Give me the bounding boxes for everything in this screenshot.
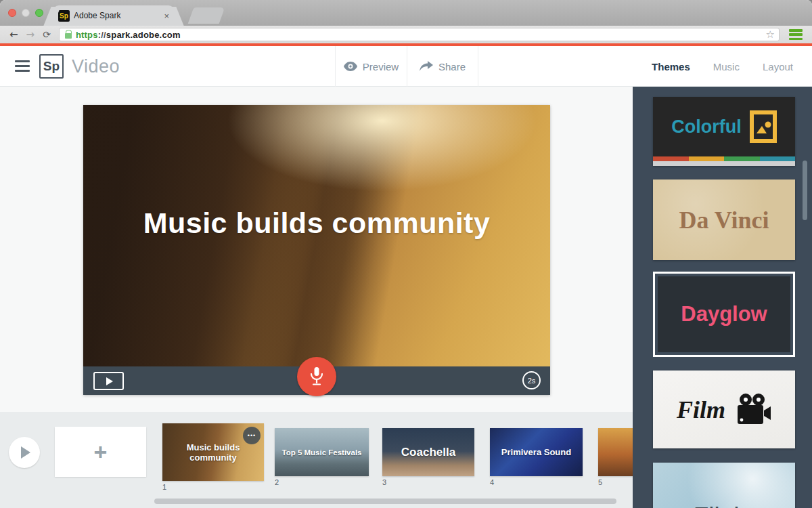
slide-3-number: 3 bbox=[382, 478, 386, 486]
browser-navbar: ← → ⟳ https://spark.adobe.com ☆ bbox=[0, 26, 812, 43]
theme-card-davinci[interactable]: Da Vinci bbox=[653, 179, 795, 260]
themes-scrollbar[interactable] bbox=[803, 161, 807, 220]
timeline-play-button[interactable] bbox=[9, 437, 40, 468]
tab-favicon: Sp bbox=[58, 10, 70, 22]
theme-flight-name: Flight bbox=[694, 503, 754, 508]
reload-icon[interactable]: ⟳ bbox=[43, 30, 51, 39]
forward-icon[interactable]: → bbox=[26, 30, 35, 40]
app-menu-icon[interactable] bbox=[15, 60, 30, 72]
tab-themes[interactable]: Themes bbox=[652, 61, 690, 72]
minimize-window-button[interactable] bbox=[22, 9, 30, 17]
slide-3-label: Coachella bbox=[397, 446, 459, 459]
preview-label: Preview bbox=[363, 61, 399, 72]
eye-icon bbox=[344, 62, 357, 71]
slide-thumbnail-2[interactable]: Top 5 Music Festivals 2 bbox=[275, 428, 369, 476]
browser-tab[interactable]: Sp Adobe Spark × bbox=[53, 5, 175, 26]
theme-davinci-name: Da Vinci bbox=[679, 206, 769, 234]
close-window-button[interactable] bbox=[8, 9, 16, 17]
timeline: + Music builds community ••• 1 Top 5 Mus… bbox=[0, 412, 633, 508]
slide-options-icon[interactable]: ••• bbox=[243, 427, 261, 444]
share-arrow-icon bbox=[420, 61, 433, 72]
tab-title: Adobe Spark bbox=[74, 11, 160, 20]
slide-2-label: Top 5 Music Festivals bbox=[277, 448, 365, 457]
spark-logo[interactable]: Sp bbox=[39, 54, 64, 79]
tab-music[interactable]: Music bbox=[713, 61, 740, 72]
slide-1-label: Music builds community bbox=[162, 442, 264, 463]
share-button[interactable]: Share bbox=[407, 46, 478, 87]
header-actions: Preview Share bbox=[335, 46, 478, 87]
url-scheme: https bbox=[76, 30, 98, 40]
movie-camera-icon bbox=[735, 393, 771, 427]
url-text: https://spark.adobe.com bbox=[76, 30, 181, 40]
theme-card-flight[interactable]: Flight bbox=[653, 463, 795, 508]
preview-button[interactable]: Preview bbox=[335, 46, 407, 87]
bookmark-star-icon[interactable]: ☆ bbox=[766, 28, 775, 41]
slide-thumbnail-1[interactable]: Music builds community ••• 1 bbox=[162, 423, 264, 481]
tab-close-icon[interactable]: × bbox=[164, 11, 169, 21]
browser-tab-bar: Sp Adobe Spark × bbox=[0, 0, 812, 26]
picture-frame-icon bbox=[750, 110, 777, 143]
timeline-play-icon bbox=[21, 446, 30, 459]
timeline-scrollbar[interactable] bbox=[154, 499, 616, 504]
slide-5-number: 5 bbox=[598, 478, 602, 486]
slide-4-label: Primivera Sound bbox=[497, 447, 575, 457]
slide-background-image[interactable]: Music builds community bbox=[83, 105, 550, 366]
slide-thumbnail-4[interactable]: Primivera Sound 4 bbox=[490, 428, 583, 476]
address-bar[interactable]: https://spark.adobe.com ☆ bbox=[59, 28, 780, 41]
slide-4-number: 4 bbox=[490, 478, 494, 486]
fullscreen-window-button[interactable] bbox=[35, 9, 43, 17]
canvas-toolbar: 2s bbox=[83, 366, 550, 395]
play-button[interactable] bbox=[93, 372, 124, 390]
theme-card-dayglow[interactable]: Dayglow bbox=[653, 272, 795, 357]
theme-card-colorful[interactable]: Colorful bbox=[653, 97, 795, 166]
slide-title-text[interactable]: Music builds community bbox=[83, 207, 550, 240]
https-lock-icon bbox=[65, 33, 72, 39]
browser-menu-icon[interactable] bbox=[789, 29, 803, 40]
record-microphone-button[interactable] bbox=[297, 357, 336, 396]
colorful-color-strip bbox=[653, 156, 795, 161]
themes-panel: Colorful Da Vinci Dayglow bbox=[633, 87, 812, 508]
duration-badge[interactable]: 2s bbox=[522, 371, 541, 389]
slide-2-number: 2 bbox=[275, 478, 279, 486]
stage: Music builds community 2s bbox=[0, 87, 812, 508]
panel-tabs: Themes Music Layout bbox=[652, 46, 812, 87]
app-title: Video bbox=[72, 56, 120, 77]
slide-1-number: 1 bbox=[162, 483, 166, 491]
slide-thumbnail-3[interactable]: Coachella 3 bbox=[382, 428, 474, 476]
microphone-icon bbox=[309, 366, 325, 387]
url-host: spark.adobe.com bbox=[106, 30, 181, 40]
new-tab-button[interactable] bbox=[188, 7, 225, 24]
window-controls bbox=[8, 9, 43, 17]
tab-layout[interactable]: Layout bbox=[763, 61, 793, 72]
back-icon[interactable]: ← bbox=[9, 30, 18, 40]
browser-window: Sp Adobe Spark × ← → ⟳ https://spark.ado… bbox=[0, 0, 812, 508]
slide-thumbnail-5[interactable]: Rock 5 bbox=[598, 428, 633, 476]
play-icon bbox=[106, 377, 113, 385]
video-canvas[interactable]: Music builds community 2s bbox=[83, 105, 550, 395]
colorful-base-strip bbox=[653, 161, 795, 166]
theme-film-name: Film bbox=[677, 396, 725, 424]
app-header: Sp Video Preview Share Themes Music Layo… bbox=[0, 46, 812, 87]
theme-card-film[interactable]: Film bbox=[653, 371, 795, 448]
theme-colorful-name: Colorful bbox=[671, 117, 741, 137]
url-separator: :// bbox=[98, 30, 106, 40]
theme-dayglow-name: Dayglow bbox=[681, 302, 767, 326]
share-label: Share bbox=[438, 61, 466, 72]
add-slide-button[interactable]: + bbox=[55, 427, 146, 477]
